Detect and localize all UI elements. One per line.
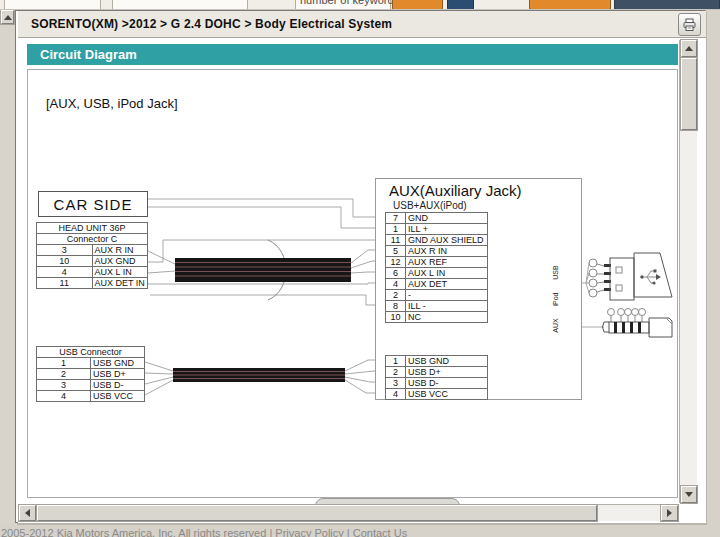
printer-icon <box>682 18 697 32</box>
pin-row: 3AUX R IN <box>37 245 148 256</box>
table-header: Connector C <box>37 234 148 245</box>
toolbar-button-2[interactable] <box>447 0 474 10</box>
section-header: Circuit Diagram <box>27 44 678 65</box>
car-side-label: CAR SIDE <box>54 196 133 213</box>
print-button[interactable] <box>678 13 701 36</box>
toolbar-field-2[interactable] <box>112 0 248 10</box>
pin-row: 1ILL + <box>386 224 488 235</box>
pin-row: 2USB D+ <box>386 367 488 378</box>
diagram-caption: [AUX, USB, iPod Jack] <box>46 96 178 111</box>
pin-row: 8ILL - <box>386 301 488 312</box>
scroll-left-button[interactable] <box>19 505 36 521</box>
pin-row: 1USB GND <box>37 358 145 369</box>
pin-row: 7GND <box>386 213 488 224</box>
horizontal-scroll-thumb[interactable] <box>37 505 597 521</box>
left-panel-scroll-up-button[interactable] <box>1 10 14 24</box>
breadcrumb-bar: SORENTO(XM) >2012 > G 2.4 DOHC > Body El… <box>18 11 706 38</box>
pin-row: 2- <box>386 290 488 301</box>
vertical-scroll-thumb[interactable] <box>681 58 697 130</box>
port-label-aux: AUX <box>552 313 559 339</box>
horizontal-scrollbar[interactable] <box>19 504 679 521</box>
pin-row: 6AUX L IN <box>386 268 488 279</box>
toolbar-field-1[interactable] <box>4 0 101 10</box>
toolbar-button-3[interactable] <box>529 0 611 10</box>
pin-row: 11AUX DET IN <box>37 278 148 289</box>
top-toolbar: number of keyword <box>0 0 720 10</box>
scroll-up-button[interactable] <box>681 40 697 57</box>
head-unit-table: HEAD UNIT 36P Connector C 3AUX R IN 10AU… <box>36 222 148 289</box>
breadcrumb: SORENTO(XM) >2012 > G 2.4 DOHC > Body El… <box>31 17 392 31</box>
scroll-right-button[interactable] <box>661 505 678 521</box>
pin-row: 10NC <box>386 312 488 323</box>
pin-row: 3USB D- <box>37 380 145 391</box>
pin-row: 4AUX L IN <box>37 267 148 278</box>
pin-row: 2USB D+ <box>37 369 145 380</box>
toolbar-button-4[interactable] <box>614 0 720 10</box>
pin-row: 4USB VCC <box>37 391 145 402</box>
right-arrow-icon <box>667 509 672 517</box>
car-side-box: CAR SIDE <box>38 191 148 217</box>
vertical-scrollbar[interactable] <box>679 40 697 503</box>
table-header: USB Connector <box>37 347 145 358</box>
pin-row: 3USB D- <box>386 378 488 389</box>
pin-row: 4USB VCC <box>386 389 488 400</box>
toolbar-button-1[interactable] <box>392 0 443 10</box>
up-arrow-icon <box>685 46 693 51</box>
port-label-usb: USB <box>552 260 559 286</box>
left-panel-strip <box>0 10 15 524</box>
table-header: HEAD UNIT 36P <box>37 223 148 234</box>
pin-row: 10AUX GND <box>37 256 148 267</box>
aux-usb-pin-table: 1USB GND 2USB D+ 3USB D- 4USB VCC <box>385 355 488 400</box>
port-label-ipod: iPod <box>552 287 559 313</box>
page-title: Circuit Diagram <box>27 44 678 62</box>
pin-row: 5AUX R IN <box>386 246 488 257</box>
copyright-text: 2005-2012 Kia Motors America, Inc. All r… <box>1 527 407 537</box>
scroll-down-button[interactable] <box>681 486 697 503</box>
pin-row: 12AUX REF <box>386 257 488 268</box>
down-arrow-icon <box>685 492 693 497</box>
keyword-label: number of keyword <box>300 0 394 6</box>
usb-connector-table: USB Connector 1USB GND 2USB D+ 3USB D- 4… <box>36 346 145 402</box>
service-manual-page: number of keyword SORENTO(XM) >2012 > G … <box>0 0 720 537</box>
aux-jack-subtitle: USB+AUX(iPod) <box>393 200 467 211</box>
pin-row: 11GND AUX SHIELD <box>386 235 488 246</box>
pin-row: 4AUX DET <box>386 279 488 290</box>
up-arrow-icon <box>4 15 12 20</box>
pin-row: 1USB GND <box>386 356 488 367</box>
aux-pin-table: 7GND 1ILL + 11GND AUX SHIELD 5AUX R IN 1… <box>385 212 488 323</box>
aux-jack-title: AUX(Auxiliary Jack) <box>389 182 522 199</box>
left-arrow-icon <box>25 509 30 517</box>
